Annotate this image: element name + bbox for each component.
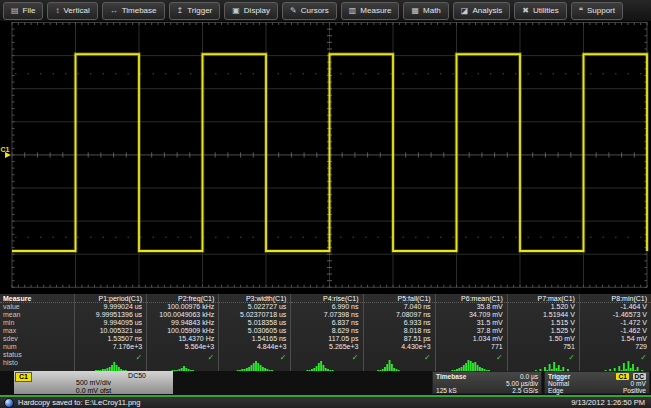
measure-max-cell: 8.018 ns (364, 327, 435, 335)
menu-button-math[interactable]: ▦Math (403, 2, 448, 20)
measure-max-cell: 37.8 mV (436, 327, 507, 335)
trigger-descriptor[interactable]: Trigger C1 DC Normal 0 mV Edge Positive (544, 371, 650, 394)
measure-column-p1: P1:period(C1)9.999024 us9.99951396 us9.9… (74, 294, 146, 371)
descriptor-bar: C1 DC50 500 mV/div 0.0 mV ofst Timebase … (0, 371, 651, 395)
measure-value-cell: 6.990 ns (291, 303, 362, 311)
menu-button-label: Display (244, 6, 270, 15)
measure-column-header[interactable]: P3:width(C1) (219, 294, 290, 303)
waveform-display[interactable]: C1 (0, 22, 651, 293)
measure-value-cell: 35.8 mV (436, 303, 507, 311)
measure-column-p5: P5:fall(C1)7.040 ns7.08097 ns6.933 ns8.0… (363, 294, 435, 371)
status-bar: Hardcopy saved to: E:\LeCroy11.png 9/13/… (0, 395, 651, 408)
menu-button-label: Math (423, 6, 441, 15)
measure-min-cell: 99.94843 kHz (147, 319, 218, 327)
measure-min-cell: 1.515 V (508, 319, 579, 327)
measure-mean-cell: 100.0049063 kHz (147, 311, 218, 319)
measure-column-header[interactable]: P6:mean(C1) (436, 294, 507, 303)
menu-button-label: Measure (360, 6, 391, 15)
measure-row-labels: Measurevaluemeanminmaxsdevnumstatushisto (0, 294, 74, 371)
measure-num-cell: 7.176e+3 (75, 343, 146, 351)
menu-button-display[interactable]: ▣Display (224, 2, 278, 20)
measure-table: Measurevaluemeanminmaxsdevnumstatushisto… (0, 293, 651, 371)
menu-button-label: Analysis (472, 6, 502, 15)
measure-row-label: status (0, 351, 74, 359)
measure-min-cell: 31.5 mV (436, 319, 507, 327)
trigger-coupling-badge: DC (633, 373, 646, 380)
menu-button-label: Trigger (187, 6, 212, 15)
measure-column-header[interactable]: P8:min(C1) (580, 294, 651, 303)
measure-icon: ▥ (349, 7, 357, 15)
menu-button-file[interactable]: ▤File (3, 2, 43, 20)
measure-column-p7: P7:max(C1)1.520 V1.51944 V1.515 V1.525 V… (507, 294, 579, 371)
measure-row-label: max (0, 327, 74, 335)
measure-row-label: Measure (0, 294, 74, 303)
measure-status-cell: ✓ (508, 351, 579, 359)
measure-mean-cell: -1.46573 V (580, 311, 651, 319)
measure-sdev-cell: 1.54165 ns (219, 335, 290, 343)
measure-mean-cell: 5.02370718 us (219, 311, 290, 319)
measure-row-label: histo (0, 359, 74, 367)
menu-button-cursors[interactable]: ✎Cursors (282, 2, 337, 20)
measure-num-cell: 4.430e+3 (364, 343, 435, 351)
measure-min-cell: 6.933 ns (364, 319, 435, 327)
hardcopy-icon (4, 398, 14, 408)
menu-button-label: Vertical (63, 6, 89, 15)
measure-sdev-cell: 1.50 mV (508, 335, 579, 343)
measure-column-header[interactable]: P5:fall(C1) (364, 294, 435, 303)
measure-min-cell: 5.018358 us (219, 319, 290, 327)
measure-max-cell: 10.005321 us (75, 327, 146, 335)
menu-button-measure[interactable]: ▥Measure (341, 2, 400, 20)
timebase-descriptor[interactable]: Timebase 0.0 µs 5.00 µs/div 125 kS 2.5 G… (432, 371, 542, 394)
menu-button-label: Support (587, 6, 615, 15)
measure-mean-cell: 1.51944 V (508, 311, 579, 319)
measure-max-cell: 8.629 ns (291, 327, 362, 335)
measure-status-cell: ✓ (147, 351, 218, 359)
channel-offset: 0.0 mV ofst (14, 387, 173, 395)
measure-value-cell: 1.520 V (508, 303, 579, 311)
measure-column-header[interactable]: P7:max(C1) (508, 294, 579, 303)
measure-row-label: value (0, 303, 74, 311)
measure-column-p3: P3:width(C1)5.022727 us5.02370718 us5.01… (218, 294, 290, 371)
utilities-icon: ✖ (522, 7, 529, 15)
measure-row-label: mean (0, 311, 74, 319)
menu-button-support[interactable]: ❝Support (571, 2, 623, 20)
measure-column-header[interactable]: P1:period(C1) (75, 294, 146, 303)
measure-sdev-cell: 1.54 mV (580, 335, 651, 343)
measure-row-label: min (0, 319, 74, 327)
channel-descriptor-c1[interactable]: C1 DC50 500 mV/div 0.0 mV ofst (14, 371, 173, 394)
timebase-icon: ↔ (110, 7, 118, 15)
trigger-icon: ↥ (177, 7, 184, 15)
measure-sdev-cell: 117.05 ps (291, 335, 362, 343)
measure-row-label: num (0, 343, 74, 351)
measure-column-header[interactable]: P4:rise(C1) (291, 294, 362, 303)
file-icon: ▤ (11, 7, 19, 15)
measure-value-cell: -1.464 V (580, 303, 651, 311)
channel-badge: C1 (15, 372, 32, 382)
measure-num-cell: 4.844e+3 (219, 343, 290, 351)
channel-coupling: DC50 (128, 372, 146, 380)
menu-button-timebase[interactable]: ↔Timebase (102, 2, 165, 20)
measure-mean-cell: 34.709 mV (436, 311, 507, 319)
measure-value-cell: 7.040 ns (364, 303, 435, 311)
menu-button-label: Timebase (122, 6, 157, 15)
menu-button-utilities[interactable]: ✖Utilities (514, 2, 566, 20)
measure-max-cell: 100.05909 kHz (147, 327, 218, 335)
math-icon: ▦ (411, 7, 419, 15)
menu-button-trigger[interactable]: ↥Trigger (169, 2, 221, 20)
measure-num-cell: 771 (436, 343, 507, 351)
measure-value-cell: 100.00976 kHz (147, 303, 218, 311)
menu-button-vertical[interactable]: ↕Vertical (47, 2, 97, 20)
trigger-label: Trigger (548, 373, 570, 380)
measure-column-p2: P2:freq(C1)100.00976 kHz100.0049063 kHz9… (146, 294, 218, 371)
timebase-scale: 5.00 µs/div (506, 380, 538, 387)
measure-row-label: sdev (0, 335, 74, 343)
c1-offset-marker[interactable]: C1 (1, 146, 10, 153)
measure-mean-cell: 7.07398 ns (291, 311, 362, 319)
menu-button-analysis[interactable]: ◪Analysis (453, 2, 510, 20)
analysis-icon: ◪ (461, 7, 469, 15)
measure-sdev-cell: 15.4370 Hz (147, 335, 218, 343)
cursors-icon: ✎ (290, 7, 297, 15)
measure-value-cell: 9.999024 us (75, 303, 146, 311)
measure-mean-cell: 7.08097 ns (364, 311, 435, 319)
measure-column-header[interactable]: P2:freq(C1) (147, 294, 218, 303)
